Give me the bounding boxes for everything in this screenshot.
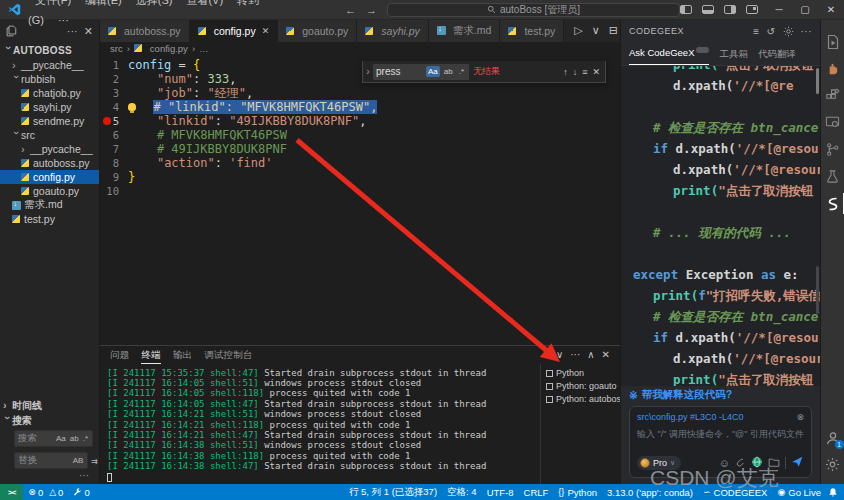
- panel-tab[interactable]: 调试控制台: [204, 346, 253, 364]
- scrollbar-thumb[interactable]: [816, 68, 819, 94]
- replace-all-icon[interactable]: ⇉: [90, 457, 99, 466]
- find-close-icon[interactable]: ✕: [592, 67, 600, 77]
- command-center-search[interactable]: autoBoss [管理员]: [387, 3, 680, 17]
- model-selector[interactable]: Pro ∨: [637, 456, 681, 470]
- tree-item[interactable]: chatjob.py: [0, 86, 99, 100]
- status-item[interactable]: 3.13.0 ('app': conda): [602, 487, 698, 498]
- list-icon[interactable]: ≡: [753, 26, 759, 37]
- editor-tab[interactable]: sayhi.py: [357, 20, 429, 42]
- codegeex-tab[interactable]: Ask CodeGeeX: [629, 42, 709, 65]
- status-item[interactable]: ∽CODEGEEX: [698, 487, 772, 498]
- menu-item[interactable]: 选择(S): [129, 0, 180, 6]
- search-more-icon[interactable]: ···: [0, 472, 99, 484]
- tree-item[interactable]: test.py: [0, 212, 99, 226]
- scrollbar-thumb[interactable]: [816, 266, 819, 314]
- codegeex-tab[interactable]: 代码翻译: [758, 42, 796, 65]
- panel-tab[interactable]: 输出: [173, 346, 192, 364]
- panel-tab[interactable]: 终端: [141, 346, 160, 364]
- editor-action-icon[interactable]: ▷: [574, 24, 582, 37]
- hand-extension-icon[interactable]: [821, 55, 844, 82]
- menu-item[interactable]: 编辑(E): [78, 0, 129, 6]
- match-case-icon[interactable]: Aa: [426, 66, 440, 77]
- toggle-panel-icon[interactable]: [702, 5, 714, 14]
- minimize-button[interactable]: ─: [766, 0, 792, 20]
- terminal-list-item[interactable]: Python: goauto: [541, 380, 620, 393]
- tree-item[interactable]: ›src: [0, 128, 99, 142]
- tree-item[interactable]: ›__pycache__: [0, 142, 99, 156]
- tree-item[interactable]: 需求.md: [0, 198, 99, 212]
- code-editor[interactable]: 1config = {2 "num": 333,3 "job": "经理",4 …: [100, 55, 620, 344]
- testing-icon[interactable]: [821, 163, 844, 190]
- tree-item[interactable]: config.py: [0, 170, 99, 184]
- feedback-icon[interactable]: ☺: [719, 457, 730, 469]
- editor-tab[interactable]: goauto.py: [278, 20, 357, 42]
- gear-icon[interactable]: [783, 26, 794, 37]
- panel-action-icon[interactable]: ···: [570, 349, 580, 360]
- status-item[interactable]: CRLF: [519, 487, 554, 498]
- menu-item[interactable]: ···: [51, 14, 76, 26]
- notifications-bell-icon[interactable]: [826, 487, 844, 497]
- web-search-icon[interactable]: [751, 454, 763, 472]
- status-item[interactable]: ◉Go Live: [772, 487, 826, 498]
- tree-item[interactable]: ›rubbish: [0, 72, 99, 86]
- source-control-icon[interactable]: [821, 136, 844, 163]
- panel-action-icon[interactable]: ∧: [587, 349, 594, 360]
- breadcrumb-item[interactable]: config.py: [150, 43, 188, 54]
- find-input[interactable]: press Aa ab .*: [373, 64, 469, 80]
- status-item[interactable]: 行 5, 列 1 (已选择37): [344, 486, 442, 499]
- codegeex-explain-link[interactable]: ※ 帮我解释这段代码?: [621, 386, 820, 404]
- editor-action-icon[interactable]: ⊟: [609, 24, 618, 37]
- folder-icon[interactable]: [768, 454, 780, 472]
- live-preview-icon[interactable]: [821, 109, 844, 136]
- maximize-button[interactable]: ▢: [792, 0, 818, 20]
- sidebar-replace-input[interactable]: 替换 AB: [14, 452, 88, 469]
- panel-action-icon[interactable]: ✕: [602, 349, 610, 360]
- editor-tab[interactable]: test.py: [500, 20, 564, 42]
- find-next-icon[interactable]: ↓: [573, 67, 578, 77]
- panel-action-icon[interactable]: +: [543, 349, 549, 360]
- terminal-output[interactable]: [I 241117 15:35:37 shell:47] Started dra…: [100, 364, 540, 484]
- menu-item[interactable]: 文件(F): [28, 0, 78, 6]
- tasks-indicator[interactable]: 0: [68, 487, 94, 498]
- tree-item[interactable]: ›__pycache__: [0, 58, 99, 72]
- context-chip[interactable]: src\config.py #L3C0 -L4C0: [637, 412, 744, 422]
- panel-tab[interactable]: 问题: [110, 346, 129, 364]
- status-item[interactable]: UTF-8: [482, 487, 519, 498]
- problems-indicator[interactable]: ⊗0 △0: [23, 487, 68, 498]
- lightbulb-icon[interactable]: [128, 103, 136, 111]
- close-button[interactable]: ✕: [818, 0, 844, 20]
- whole-word-icon[interactable]: ab: [442, 66, 455, 77]
- nav-back-icon[interactable]: ←: [345, 4, 356, 16]
- breadcrumb-item[interactable]: …: [199, 43, 209, 54]
- breadcrumb[interactable]: src›config.py›…: [100, 42, 620, 56]
- codegeex-code-block[interactable]: print("点击了取消按钮d.xpath('//*[@re# 检查是否存在 b…: [621, 66, 820, 386]
- panel-action-icon[interactable]: ∨: [556, 349, 563, 360]
- explorer-root[interactable]: ›AUTOBOSS: [0, 42, 99, 58]
- customize-layout-icon[interactable]: [746, 5, 758, 14]
- toggle-sidebar-icon[interactable]: [680, 5, 692, 14]
- breadcrumb-item[interactable]: src: [110, 43, 123, 54]
- find-collapse-icon[interactable]: ›: [363, 66, 373, 77]
- sidebar-search-input[interactable]: 搜索 Aa ab .*: [14, 430, 93, 447]
- extensions-icon[interactable]: [821, 82, 844, 109]
- codegeex-activity-icon[interactable]: [821, 190, 844, 217]
- account-icon[interactable]: 1: [821, 424, 844, 451]
- regex-icon[interactable]: .*: [82, 434, 89, 443]
- find-in-selection-icon[interactable]: ≡: [582, 67, 587, 77]
- editor-tab[interactable]: 需求.md: [429, 20, 501, 42]
- toggle-secondary-sidebar-icon[interactable]: [724, 5, 736, 14]
- attach-icon[interactable]: [735, 454, 746, 472]
- tree-item[interactable]: sayhi.py: [0, 100, 99, 114]
- nav-forward-icon[interactable]: →: [366, 4, 377, 16]
- status-item[interactable]: {}Python: [553, 487, 602, 498]
- more-icon[interactable]: ···: [801, 26, 813, 37]
- run-debug-icon[interactable]: [821, 28, 844, 55]
- settings-gear-icon[interactable]: [821, 451, 844, 478]
- codegeex-input-placeholder[interactable]: 输入 "/" 调用快捷命令，"@" 引用代码文件或知识库: [637, 428, 804, 441]
- tree-item[interactable]: autoboss.py: [0, 156, 99, 170]
- chip-close-icon[interactable]: ⊗: [796, 412, 804, 422]
- editor-action-icon[interactable]: ∨: [592, 24, 600, 37]
- tree-item[interactable]: sendme.py: [0, 114, 99, 128]
- menu-item[interactable]: 查看(V): [179, 0, 230, 6]
- search-section[interactable]: ›搜索: [0, 413, 99, 428]
